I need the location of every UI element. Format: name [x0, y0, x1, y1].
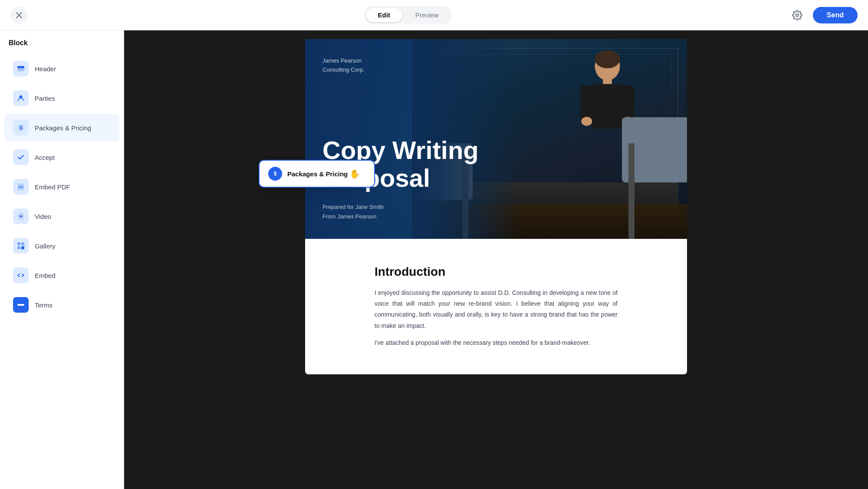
svg-rect-14	[17, 246, 20, 249]
svg-rect-4	[17, 66, 24, 68]
gallery-icon	[13, 238, 29, 254]
header-icon	[13, 61, 29, 76]
hero-prepared: Prepared for Jane Smith From James Pears…	[322, 202, 479, 221]
sidebar-item-label: Embed PDF	[35, 183, 70, 191]
parties-icon	[13, 90, 29, 106]
main-layout: Block Header Parties	[0, 30, 868, 489]
edit-preview-toggle: Edit Preview	[364, 6, 453, 24]
top-bar: Edit Preview Send	[0, 0, 868, 30]
intro-section: Introduction I enjoyed discussing the op…	[305, 239, 687, 374]
svg-rect-16	[17, 304, 24, 306]
top-right-actions: Send	[789, 7, 858, 24]
sidebar-item-header[interactable]: Header	[4, 55, 119, 83]
sidebar-item-parties[interactable]: Parties	[4, 84, 119, 112]
intro-paragraph-1: I enjoyed discussing the opportunity to …	[375, 287, 618, 331]
drag-tooltip[interactable]: $ Packages & Pricing ✋	[259, 160, 375, 188]
drag-tooltip-label: Packages & Pricing	[287, 170, 348, 178]
intro-title: Introduction	[375, 265, 618, 279]
terms-icon	[13, 297, 29, 313]
sidebar-item-label: Parties	[35, 95, 55, 102]
svg-text:$: $	[274, 171, 277, 177]
preview-tab[interactable]: Preview	[403, 8, 450, 22]
hero-content: James Pearson Consulting Corp. Copy Writ…	[322, 56, 479, 221]
svg-rect-15	[21, 246, 24, 249]
sidebar-item-gallery[interactable]: Gallery	[4, 232, 119, 260]
svg-rect-12	[17, 242, 20, 245]
content-area: $ Packages & Pricing ✋	[124, 30, 868, 489]
sidebar-item-label: Terms	[35, 301, 53, 309]
svg-text:$: $	[20, 125, 22, 130]
sidebar-item-accept[interactable]: Accept	[4, 143, 119, 171]
close-button[interactable]	[10, 7, 28, 24]
document: James Pearson Consulting Corp. Copy Writ…	[305, 39, 687, 374]
sidebar-item-terms[interactable]: Terms	[4, 291, 119, 319]
packages-pricing-icon: $	[13, 120, 29, 135]
sidebar-item-label: Packages & Pricing	[35, 124, 91, 132]
sidebar-title: Block	[0, 39, 124, 54]
sidebar-item-embed[interactable]: Embed	[4, 261, 119, 289]
hero-company: James Pearson Consulting Corp.	[322, 56, 479, 75]
sidebar: Block Header Parties	[0, 30, 124, 489]
drag-tooltip-icon: $	[268, 167, 282, 181]
hero-section: James Pearson Consulting Corp. Copy Writ…	[305, 39, 687, 239]
intro-paragraph-2: I've attached a proposal with the necess…	[375, 337, 618, 348]
embed-pdf-icon: PDF	[13, 179, 29, 195]
sidebar-item-label: Video	[35, 213, 51, 220]
svg-text:PDF: PDF	[18, 186, 23, 188]
sidebar-item-video[interactable]: Video	[4, 202, 119, 230]
sidebar-item-label: Embed	[35, 272, 56, 279]
svg-rect-13	[21, 242, 24, 245]
accept-icon	[13, 149, 29, 165]
embed-icon	[13, 268, 29, 283]
edit-tab[interactable]: Edit	[366, 8, 402, 22]
send-button[interactable]: Send	[813, 7, 858, 23]
sidebar-item-label: Header	[35, 65, 56, 73]
settings-button[interactable]	[789, 7, 806, 24]
svg-point-2	[796, 14, 799, 17]
drag-cursor-icon: ✋	[349, 169, 360, 179]
sidebar-item-embed-pdf[interactable]: PDF Embed PDF	[4, 173, 119, 201]
sidebar-item-label: Accept	[35, 154, 55, 161]
video-icon	[13, 208, 29, 224]
sidebar-item-packages-pricing[interactable]: $ Packages & Pricing	[4, 114, 119, 142]
sidebar-item-label: Gallery	[35, 242, 56, 250]
